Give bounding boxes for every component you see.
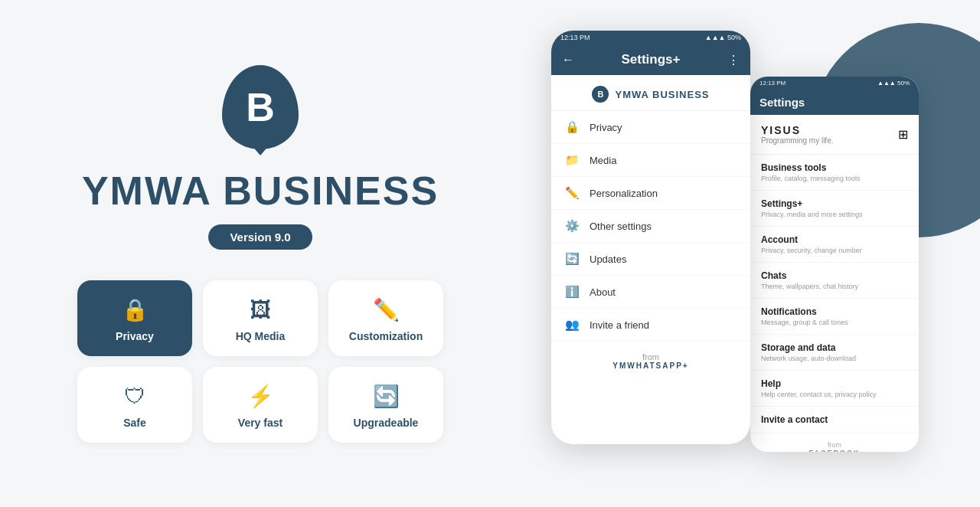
sec-item-title-2: Account — [761, 234, 908, 245]
menu-label-0: Privacy — [590, 122, 622, 133]
sec-item-sub-3: Theme, wallpapers, chat history — [761, 283, 908, 290]
secondary-header: Settings — [750, 90, 919, 115]
primary-menu-list: 🔒 Privacy 📁 Media ✏️ Personalization ⚙️ … — [551, 111, 750, 342]
secondary-menu-item-5[interactable]: Storage and data Network usage, auto-dow… — [750, 335, 919, 371]
sec-item-title-1: Settings+ — [761, 198, 908, 209]
sec-item-sub-4: Message, group & call tones — [761, 319, 908, 326]
primary-menu-item-5[interactable]: ℹ️ About — [551, 276, 750, 309]
secondary-menu-item-1[interactable]: Settings+ Privacy, media and more settin… — [750, 191, 919, 227]
primary-menu-item-3[interactable]: ⚙️ Other settings — [551, 210, 750, 243]
feature-label-hq-media: HQ Media — [236, 330, 286, 342]
menu-label-4: Updates — [590, 254, 626, 265]
ymwa-brand-logo: B — [592, 86, 609, 103]
secondary-menu-item-7[interactable]: Invite a contact — [750, 407, 919, 433]
sec-item-title-0: Business tools — [761, 162, 908, 173]
menu-label-2: Personalization — [590, 188, 658, 199]
menu-icon-6: 👥 — [565, 318, 579, 332]
secondary-menu-item-3[interactable]: Chats Theme, wallpapers, chat history — [750, 263, 919, 299]
secondary-menu-item-0[interactable]: Business tools Profile, catalog, messagi… — [750, 155, 919, 191]
primary-menu-item-2[interactable]: ✏️ Personalization — [551, 177, 750, 210]
menu-icon-4: 🔄 — [565, 252, 579, 266]
version-badge: Version 9.0 — [208, 224, 312, 250]
feature-card-customization[interactable]: ✏️ Customization — [328, 280, 443, 356]
primary-menu-item-0[interactable]: 🔒 Privacy — [551, 111, 750, 144]
feature-card-hq-media[interactable]: 🖼 HQ Media — [203, 280, 318, 356]
sec-item-sub-0: Profile, catalog, messaging tools — [761, 175, 908, 182]
feature-icon-safe: 🛡 — [124, 384, 145, 409]
app-title: YMWA BUSINESS — [82, 168, 439, 214]
feature-label-privacy: Privacy — [116, 330, 154, 342]
menu-label-1: Media — [590, 155, 616, 166]
secondary-header-title: Settings — [760, 96, 805, 109]
sec-status-time: 12:13 PM — [760, 80, 786, 87]
dots-menu-icon[interactable]: ⋮ — [727, 53, 740, 67]
profile-sub: Programming my life. — [761, 136, 833, 145]
sec-from-label: from — [758, 441, 911, 449]
phone-secondary: 12:13 PM ▲▲▲ 50% Settings YISUS Programm… — [750, 77, 919, 452]
sec-item-title-6: Help — [761, 378, 908, 389]
secondary-menu-item-2[interactable]: Account Privacy, security, change number — [750, 227, 919, 263]
sec-item-sub-1: Privacy, media and more settings — [761, 211, 908, 218]
sec-item-sub-5: Network usage, auto-download — [761, 355, 908, 362]
secondary-status-bar: 12:13 PM ▲▲▲ 50% — [750, 77, 919, 90]
menu-label-6: Invite a friend — [590, 319, 649, 331]
sec-item-sub-2: Privacy, security, change number — [761, 247, 908, 254]
feature-label-upgradeable: Upgradeable — [354, 417, 419, 429]
menu-icon-1: 📁 — [565, 153, 579, 167]
feature-icon-very-fast: ⚡ — [247, 384, 274, 409]
menu-label-3: Other settings — [590, 221, 652, 232]
primary-status-bar: 12:13 PM ▲▲▲ 50% — [551, 31, 750, 44]
menu-icon-5: ℹ️ — [565, 285, 579, 299]
secondary-menu-item-4[interactable]: Notifications Message, group & call tone… — [750, 299, 919, 335]
secondary-menu-item-6[interactable]: Help Help center, contact us, privacy po… — [750, 371, 919, 407]
features-grid: 🔒 Privacy 🖼 HQ Media ✏️ Customization 🛡 … — [77, 280, 443, 443]
feature-card-privacy[interactable]: 🔒 Privacy — [77, 280, 192, 356]
feature-card-very-fast[interactable]: ⚡ Very fast — [203, 367, 318, 443]
secondary-menu-list: Business tools Profile, catalog, messagi… — [750, 155, 919, 433]
feature-icon-customization: ✏️ — [373, 297, 400, 322]
phone-primary: 12:13 PM ▲▲▲ 50% ← Settings+ ⋮ B YMWA BU… — [551, 31, 750, 444]
logo-letter: B — [246, 87, 275, 127]
sec-item-title-5: Storage and data — [761, 342, 908, 353]
sec-status-signal: ▲▲▲ 50% — [877, 80, 910, 87]
qr-icon[interactable]: ⊞ — [898, 127, 908, 142]
menu-label-5: About — [590, 286, 616, 298]
phones-container: 12:13 PM ▲▲▲ 50% ← Settings+ ⋮ B YMWA BU… — [551, 31, 919, 475]
menu-icon-2: ✏️ — [565, 186, 579, 200]
brand-logo-letter: B — [598, 90, 604, 99]
from-brand: YMWHATSAPP+ — [562, 361, 740, 370]
feature-icon-hq-media: 🖼 — [250, 297, 271, 322]
feature-card-safe[interactable]: 🛡 Safe — [77, 367, 192, 443]
feature-label-very-fast: Very fast — [238, 417, 283, 429]
sec-item-title-4: Notifications — [761, 306, 908, 317]
primary-footer: from YMWHATSAPP+ — [551, 342, 750, 381]
from-label: from — [562, 352, 740, 361]
feature-icon-privacy: 🔒 — [122, 297, 149, 322]
profile-info: YISUS Programming my life. — [761, 124, 833, 145]
sec-item-title-3: Chats — [761, 270, 908, 281]
feature-label-customization: Customization — [349, 330, 423, 342]
left-panel: B YMWA BUSINESS Version 9.0 🔒 Privacy 🖼 … — [0, 0, 521, 507]
feature-label-safe: Safe — [123, 417, 146, 429]
primary-menu-item-1[interactable]: 📁 Media — [551, 144, 750, 177]
ymwa-brand: B YMWA BUSINESS — [551, 75, 750, 111]
sec-from-brand: FACEBOOK — [758, 449, 911, 452]
primary-body: B YMWA BUSINESS 🔒 Privacy 📁 Media ✏️ Per… — [551, 75, 750, 381]
secondary-profile: YISUS Programming my life. ⊞ — [750, 115, 919, 155]
back-arrow-icon[interactable]: ← — [562, 53, 574, 67]
feature-card-upgradeable[interactable]: 🔄 Upgradeable — [328, 367, 443, 443]
ymwa-brand-text: YMWA BUSINESS — [615, 89, 709, 100]
primary-menu-item-6[interactable]: 👥 Invite a friend — [551, 309, 750, 342]
status-time: 12:13 PM — [560, 34, 590, 41]
sec-item-sub-6: Help center, contact us, privacy policy — [761, 391, 908, 398]
menu-icon-0: 🔒 — [565, 120, 579, 134]
sec-item-title-7: Invite a contact — [761, 414, 908, 425]
feature-icon-upgradeable: 🔄 — [373, 384, 400, 409]
primary-header-title: Settings+ — [622, 52, 681, 67]
primary-menu-item-4[interactable]: 🔄 Updates — [551, 243, 750, 276]
menu-icon-3: ⚙️ — [565, 219, 579, 233]
secondary-footer: from FACEBOOK — [750, 433, 919, 452]
profile-name: YISUS — [761, 124, 833, 136]
primary-header: ← Settings+ ⋮ — [551, 44, 750, 75]
status-signal: ▲▲▲ 50% — [705, 34, 741, 41]
